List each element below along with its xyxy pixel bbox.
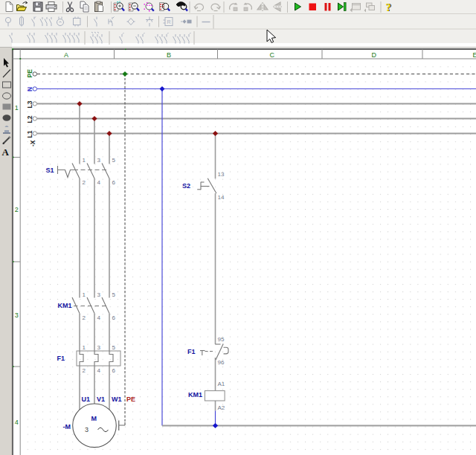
svg-text:A2: A2 <box>218 404 225 411</box>
svg-text:-M: -M <box>63 423 71 430</box>
svg-text:F1: F1 <box>57 355 65 362</box>
svg-text:4: 4 <box>15 419 19 426</box>
svg-text:95: 95 <box>218 336 225 343</box>
svg-text:-X: -X <box>29 140 36 146</box>
svg-text:C: C <box>270 51 275 59</box>
svg-text:A: A <box>64 51 68 59</box>
svg-text:5: 5 <box>112 291 116 298</box>
svg-text:3: 3 <box>85 426 89 433</box>
svg-text:S2: S2 <box>182 182 190 190</box>
svg-text:3: 3 <box>97 344 101 351</box>
svg-text:N: N <box>26 87 33 91</box>
svg-text:13: 13 <box>218 171 225 178</box>
svg-text:R: R <box>167 19 171 25</box>
svg-text:1: 1 <box>83 344 86 351</box>
svg-text:A1: A1 <box>218 381 225 387</box>
svg-text:F1: F1 <box>187 348 196 355</box>
svg-text:L1: L1 <box>26 130 33 138</box>
svg-text:2: 2 <box>83 179 86 186</box>
svg-text:?: ? <box>386 1 391 13</box>
svg-text:B: B <box>167 51 171 59</box>
svg-text:3: 3 <box>97 291 101 298</box>
svg-text:5: 5 <box>112 344 116 351</box>
svg-text:2: 2 <box>83 367 86 374</box>
svg-text:96: 96 <box>218 359 225 366</box>
svg-text:6: 6 <box>112 367 116 374</box>
svg-text:4: 4 <box>97 367 101 374</box>
svg-text:U1: U1 <box>82 396 91 403</box>
svg-text:PE: PE <box>26 69 33 78</box>
svg-text:3: 3 <box>97 157 101 164</box>
svg-text:4: 4 <box>97 179 101 186</box>
svg-text:5: 5 <box>112 157 116 164</box>
svg-text:2: 2 <box>83 314 86 321</box>
svg-text:A: A <box>2 146 10 158</box>
svg-text:3: 3 <box>15 312 19 319</box>
svg-text:6: 6 <box>112 179 116 186</box>
svg-text:4: 4 <box>97 314 101 321</box>
svg-text:L2: L2 <box>26 115 33 123</box>
svg-text:V1: V1 <box>97 396 105 403</box>
svg-text:E: E <box>473 51 476 59</box>
svg-text:6: 6 <box>112 314 116 321</box>
svg-text:PE: PE <box>126 396 135 403</box>
svg-text:1: 1 <box>83 291 86 298</box>
svg-text:M: M <box>91 415 97 422</box>
svg-text:S1: S1 <box>46 167 54 174</box>
svg-text:KM1: KM1 <box>188 391 202 398</box>
svg-text:L3: L3 <box>26 100 33 108</box>
svg-text:D: D <box>372 51 377 59</box>
svg-text:KM1: KM1 <box>58 302 72 309</box>
svg-text:1: 1 <box>83 157 86 164</box>
svg-text:W1: W1 <box>112 396 122 403</box>
svg-text:1: 1 <box>15 104 19 112</box>
svg-text:14: 14 <box>218 194 225 201</box>
svg-text:2: 2 <box>15 206 19 213</box>
